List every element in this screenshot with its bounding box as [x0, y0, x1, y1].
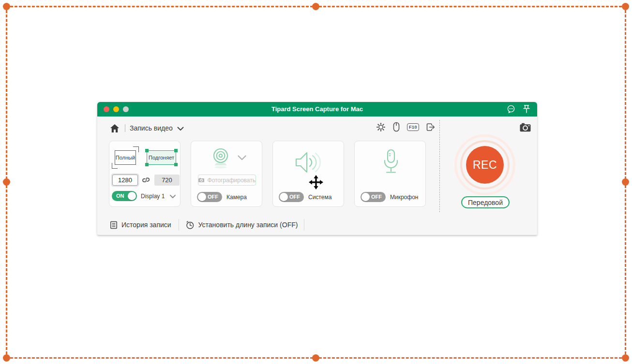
- mouse-icon[interactable]: [392, 122, 401, 132]
- selection-handle-top-center[interactable]: [312, 3, 319, 10]
- microphone-toggle[interactable]: OFF: [361, 192, 386, 202]
- broken-link-icon[interactable]: [142, 176, 150, 184]
- advanced-button[interactable]: Передовой: [461, 196, 510, 208]
- window-title: Tipard Screen Capture for Mac: [97, 102, 537, 116]
- settings-icon[interactable]: [376, 122, 386, 132]
- mode-selector-label[interactable]: Запись видео: [130, 124, 173, 132]
- selection-handle-top-left[interactable]: [3, 3, 10, 10]
- take-photo-button[interactable]: Фотографировать: [198, 175, 256, 186]
- webcam-icon: [209, 146, 233, 169]
- selection-handle-mid-right[interactable]: [622, 178, 629, 186]
- selection-knob: [145, 163, 149, 166]
- selection-handle-bottom-left[interactable]: [3, 354, 10, 362]
- footer-divider: [304, 219, 304, 231]
- camera-icon: [198, 177, 204, 183]
- speaker-icon: [295, 151, 323, 176]
- corner-mark-icon: [112, 163, 118, 169]
- history-icon: [110, 221, 118, 229]
- camera-toggle-label: Камера: [226, 194, 247, 201]
- display-select-label[interactable]: Display 1: [141, 193, 165, 200]
- move-cursor-icon: [309, 175, 323, 189]
- app-window: Tipard Screen Capture for Mac: [97, 102, 537, 235]
- rec-button[interactable]: REC: [466, 146, 504, 184]
- footer-divider: [179, 219, 179, 231]
- system-sound-toggle-label: Система: [308, 194, 331, 201]
- pin-icon[interactable]: [523, 104, 530, 114]
- width-input[interactable]: [112, 175, 138, 186]
- timer-icon: [185, 220, 195, 230]
- display-toggle[interactable]: ON: [112, 191, 137, 201]
- custom-region-option-button[interactable]: Подгоняет: [147, 150, 176, 165]
- nav-separator: [125, 124, 125, 132]
- microphone-toggle-label: Микрофон: [390, 194, 418, 201]
- chevron-down-icon[interactable]: [177, 127, 184, 131]
- history-label: История записи: [121, 221, 171, 229]
- display-panel: Полный Подгоняет ON: [109, 141, 181, 207]
- selection-handle-top-right[interactable]: [622, 3, 629, 10]
- selection-handle-mid-left[interactable]: [3, 178, 10, 186]
- system-sound-panel: OFF Система: [272, 141, 344, 207]
- chevron-down-icon[interactable]: [238, 155, 246, 160]
- camera-panel: Фотографировать OFF Камера: [191, 141, 262, 207]
- corner-mark-icon: [133, 146, 139, 152]
- selection-knob: [174, 149, 178, 152]
- record-length-item[interactable]: Установить длину записи (OFF): [185, 220, 298, 230]
- height-input[interactable]: [154, 175, 180, 186]
- feedback-icon[interactable]: [506, 104, 516, 114]
- hotkey-icon[interactable]: F10: [407, 123, 419, 131]
- microphone-icon: [382, 149, 400, 175]
- microphone-panel: OFF Микрофон: [354, 141, 426, 207]
- camera-toggle[interactable]: OFF: [197, 192, 222, 202]
- record-length-label: Установить длину записи (OFF): [198, 221, 298, 229]
- selection-knob: [174, 163, 178, 166]
- selection-handle-bottom-center[interactable]: [312, 354, 319, 362]
- chevron-down-icon[interactable]: [170, 195, 176, 199]
- exit-icon[interactable]: [425, 122, 436, 132]
- camera-snapshot-icon[interactable]: [520, 123, 531, 132]
- selection-handle-bottom-right[interactable]: [622, 354, 629, 362]
- history-item[interactable]: История записи: [110, 221, 171, 229]
- section-divider: [439, 120, 440, 212]
- titlebar[interactable]: Tipard Screen Capture for Mac: [97, 102, 537, 116]
- system-sound-toggle[interactable]: OFF: [279, 192, 304, 202]
- fullscreen-option-button[interactable]: Полный: [115, 150, 136, 165]
- home-icon[interactable]: [110, 124, 120, 133]
- selection-knob: [145, 149, 149, 152]
